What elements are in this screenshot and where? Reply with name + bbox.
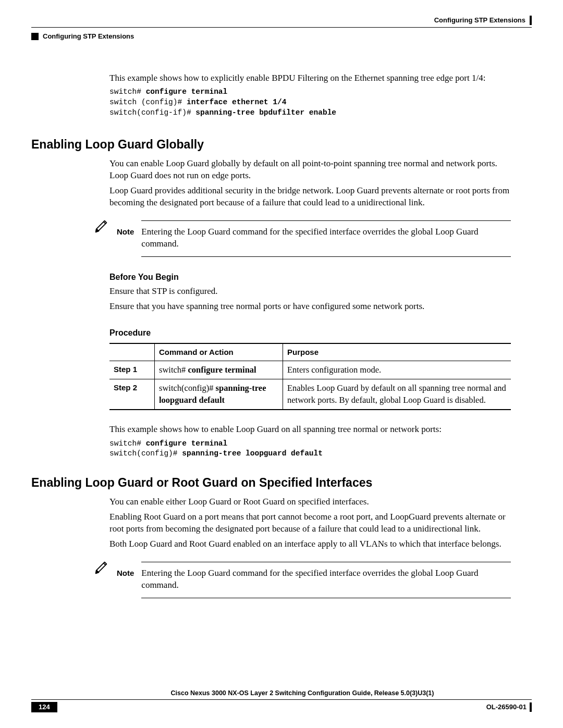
- byb-p2: Ensure that you have spanning tree norma…: [109, 301, 511, 313]
- header-rule-mark: [530, 16, 532, 25]
- note-pencil-icon: [78, 218, 117, 238]
- procedure-table: Command or Action Purpose Step 1 switch#…: [109, 343, 511, 410]
- footer-doc-id: OL-26590-01: [486, 702, 527, 712]
- note-top-rule: [141, 562, 511, 562]
- intro-block: This example shows how to explicitly ena…: [109, 72, 511, 118]
- section-heading-loopguard-global: Enabling Loop Guard Globally: [31, 137, 532, 153]
- page-footer: Cisco Nexus 3000 NX-OS Layer 2 Switching…: [31, 689, 532, 712]
- page: Configuring STP Extensions Configuring S…: [0, 0, 563, 728]
- note-block-1: Note Entering the Loop Guard command for…: [78, 218, 511, 262]
- footer-divider: [31, 699, 532, 700]
- step-label: Step 1: [109, 361, 155, 379]
- step-label: Step 2: [109, 379, 155, 410]
- intro-text: This example shows how to explicitly ena…: [109, 72, 511, 84]
- sec2-p2: Enabling Root Guard on a port means that…: [109, 511, 511, 535]
- procedure-title: Procedure: [109, 327, 511, 339]
- step2-purpose: Enables Loop Guard by default on all spa…: [283, 379, 511, 410]
- note-block-2: Note Entering the Loop Guard command for…: [78, 560, 511, 603]
- sec1-p2: Loop Guard provides additional security …: [109, 185, 511, 209]
- section-heading-loop-root-if: Enabling Loop Guard or Root Guard on Spe…: [31, 475, 532, 491]
- before-you-begin-title: Before You Begin: [109, 272, 511, 283]
- th-blank: [109, 343, 155, 361]
- page-number-badge: 124: [31, 702, 57, 712]
- note-text: Entering the Loop Guard command for the …: [141, 567, 511, 591]
- step1-purpose: Enters configuration mode.: [283, 361, 511, 379]
- note-label: Note: [117, 560, 141, 578]
- note-label: Note: [117, 218, 141, 237]
- before-you-begin-block: Before You Begin Ensure that STP is conf…: [109, 272, 511, 459]
- page-subheader: Configuring STP Extensions: [31, 32, 532, 41]
- section2-body: You can enable either Loop Guard or Root…: [109, 496, 511, 550]
- step1-command: switch# configure terminal: [155, 361, 283, 379]
- step2-command: switch(config)# spanning-tree loopguard …: [155, 379, 283, 410]
- sec2-p1: You can enable either Loop Guard or Root…: [109, 496, 511, 508]
- note-bottom-rule: [141, 598, 511, 598]
- sec1-post-text: This example shows how to enable Loop Gu…: [109, 424, 511, 436]
- footer-book-title: Cisco Nexus 3000 NX-OS Layer 2 Switching…: [31, 689, 532, 698]
- section-marker-icon: [31, 33, 39, 40]
- sec2-p3: Both Loop Guard and Root Guard enabled o…: [109, 538, 511, 550]
- table-row: Step 1 switch# configure terminal Enters…: [109, 361, 511, 379]
- header-divider: [31, 27, 532, 28]
- note-bottom-rule: [141, 256, 511, 257]
- note-pencil-icon: [78, 560, 117, 579]
- th-purpose: Purpose: [283, 343, 511, 361]
- header-section-title: Configuring STP Extensions: [43, 32, 134, 41]
- intro-code: switch# configure terminal switch (confi…: [109, 87, 511, 118]
- header-chapter-title: Configuring STP Extensions: [434, 16, 525, 25]
- sec1-p1: You can enable Loop Guard globally by de…: [109, 158, 511, 182]
- byb-p1: Ensure that STP is configured.: [109, 286, 511, 298]
- note-text: Entering the Loop Guard command for the …: [141, 226, 511, 250]
- th-command: Command or Action: [155, 343, 283, 361]
- page-header: Configuring STP Extensions: [31, 16, 532, 25]
- section1-body: You can enable Loop Guard globally by de…: [109, 158, 511, 209]
- table-row: Step 2 switch(config)# spanning-tree loo…: [109, 379, 511, 410]
- note-top-rule: [141, 220, 511, 221]
- footer-rule-mark: [530, 702, 532, 712]
- sec1-code: switch# configure terminal switch(config…: [109, 439, 511, 459]
